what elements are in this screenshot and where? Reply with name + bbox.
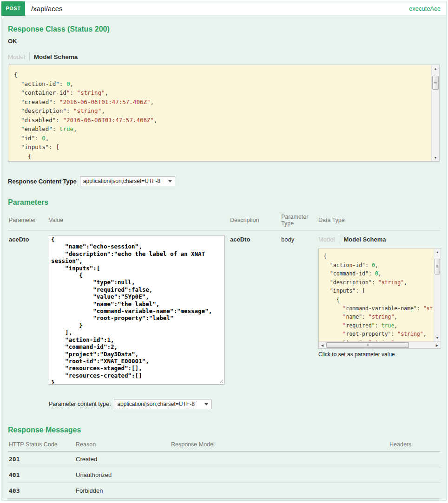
schema-click-hint: Click to set as parameter value: [318, 351, 437, 358]
table-row: 401 Unauthorized: [8, 467, 440, 483]
endpoint-content: Response Class (Status 200) OK Model Mod…: [1, 16, 446, 503]
scroll-left-icon[interactable]: ◀: [319, 342, 326, 348]
col-reason: Reason: [75, 439, 170, 451]
endpoint-header[interactable]: POST /xapi/aces executeAce: [1, 1, 446, 16]
endpoint-panel: POST /xapi/aces executeAce Response Clas…: [1, 1, 447, 501]
col-headers: Headers: [389, 439, 440, 451]
parameter-value-textarea[interactable]: { "name":"echo-session", "description":"…: [49, 235, 224, 385]
col-parameter: Parameter: [8, 212, 48, 230]
parameter-type: body: [281, 236, 294, 243]
scroll-up-icon[interactable]: ▲: [434, 248, 441, 255]
response-content-type-select[interactable]: application/json;charset=UTF-8: [80, 176, 175, 186]
response-class-heading: Response Class (Status 200): [8, 25, 440, 33]
scrollbar-thumb[interactable]: [326, 342, 409, 348]
status-code: 404: [8, 499, 75, 503]
status-code: 403: [8, 483, 75, 499]
http-method-badge: POST: [1, 1, 25, 16]
col-http-status-code: HTTP Status Code: [8, 439, 75, 451]
headers-cell: [389, 499, 440, 503]
response-schema-code: { "action-id": 0, "container-id": "strin…: [8, 65, 439, 161]
parameter-name: aceDto: [9, 236, 29, 243]
status-reason: Forbidden: [75, 483, 170, 499]
parameter-schema-tabs: Model Model Schema: [318, 235, 437, 243]
endpoint-path[interactable]: /xapi/aces: [31, 5, 63, 13]
scroll-down-icon[interactable]: ▼: [432, 154, 439, 161]
scroll-right-icon[interactable]: ▶: [434, 342, 441, 348]
col-description: Description: [229, 212, 280, 230]
parameters-heading: Parameters: [8, 198, 440, 207]
parameter-content-type-select[interactable]: application/json;charset=UTF-8: [114, 399, 211, 409]
parameter-row-acedto: aceDto { "name":"echo-session", "descrip…: [8, 230, 440, 414]
vertical-scrollbar[interactable]: ▲ ▼: [431, 65, 439, 161]
response-messages-heading: Response Messages: [8, 426, 440, 434]
response-class-description: OK: [8, 38, 440, 45]
response-schema-tabs: Model Model Schema: [8, 52, 440, 61]
response-messages-header-row: HTTP Status Code Reason Response Model H…: [8, 439, 440, 451]
parameter-schema-box[interactable]: { "action-id": 0, "command-id": 0, "desc…: [318, 248, 441, 349]
col-parameter-type: Parameter Type: [280, 212, 317, 230]
response-schema-box: { "action-id": 0, "container-id": "strin…: [8, 65, 440, 162]
parameter-content-type-select-wrap: application/json;charset=UTF-8: [114, 399, 211, 409]
headers-cell: [389, 451, 440, 467]
tab-model[interactable]: Model: [8, 53, 25, 60]
status-reason: Unauthorized: [75, 467, 170, 483]
tab-model-schema[interactable]: Model Schema: [34, 53, 78, 60]
horizontal-scrollbar[interactable]: ◀ ▶: [319, 341, 441, 348]
status-reason: Created: [75, 451, 170, 467]
parameter-schema-code: { "action-id": 0, "command-id": 0, "desc…: [319, 248, 441, 341]
table-row: 201 Created: [8, 451, 440, 467]
tab-divider: [29, 52, 30, 61]
parameters-header-row: Parameter Value Description Parameter Ty…: [8, 212, 440, 230]
scrollbar-thumb[interactable]: [432, 76, 439, 90]
headers-cell: [389, 467, 440, 483]
response-content-type-label: Response Content Type: [8, 178, 77, 185]
response-model-cell: [170, 451, 389, 467]
parameters-table: Parameter Value Description Parameter Ty…: [8, 212, 440, 414]
parameter-content-type-label: Parameter content type:: [49, 401, 111, 407]
parameter-schema-code-area[interactable]: { "action-id": 0, "command-id": 0, "desc…: [319, 248, 441, 341]
status-code: 201: [8, 451, 75, 467]
parameter-description: aceDto: [230, 236, 250, 243]
response-messages-table: HTTP Status Code Reason Response Model H…: [8, 439, 440, 503]
parameter-value-area: { "name":"echo-session", "description":"…: [49, 235, 224, 386]
status-reason: Not Found: [75, 499, 170, 503]
operation-id-link[interactable]: executeAce: [409, 5, 441, 12]
scrollbar-thumb[interactable]: [435, 259, 440, 274]
scroll-down-icon[interactable]: ▼: [434, 334, 441, 341]
col-data-type: Data Type: [317, 212, 440, 230]
response-model-cell: [170, 483, 389, 499]
tab-param-model-schema[interactable]: Model Schema: [343, 236, 386, 243]
response-content-type-select-wrap: application/json;charset=UTF-8: [80, 176, 175, 186]
scroll-up-icon[interactable]: ▲: [432, 65, 439, 72]
headers-cell: [389, 483, 440, 499]
tab-divider: [339, 235, 339, 243]
response-model-cell: [170, 499, 389, 503]
parameter-content-type-row: Parameter content type: application/json…: [49, 399, 226, 409]
table-row: 403 Forbidden: [8, 483, 440, 499]
col-response-model: Response Model: [170, 439, 389, 451]
vertical-scrollbar[interactable]: ▲ ▼: [434, 248, 441, 341]
tab-param-model[interactable]: Model: [318, 236, 335, 243]
response-model-cell: [170, 467, 389, 483]
status-code: 401: [8, 467, 75, 483]
col-value: Value: [48, 212, 229, 230]
response-content-type-row: Response Content Type application/json;c…: [8, 176, 440, 186]
table-row: 404 Not Found: [8, 499, 440, 503]
